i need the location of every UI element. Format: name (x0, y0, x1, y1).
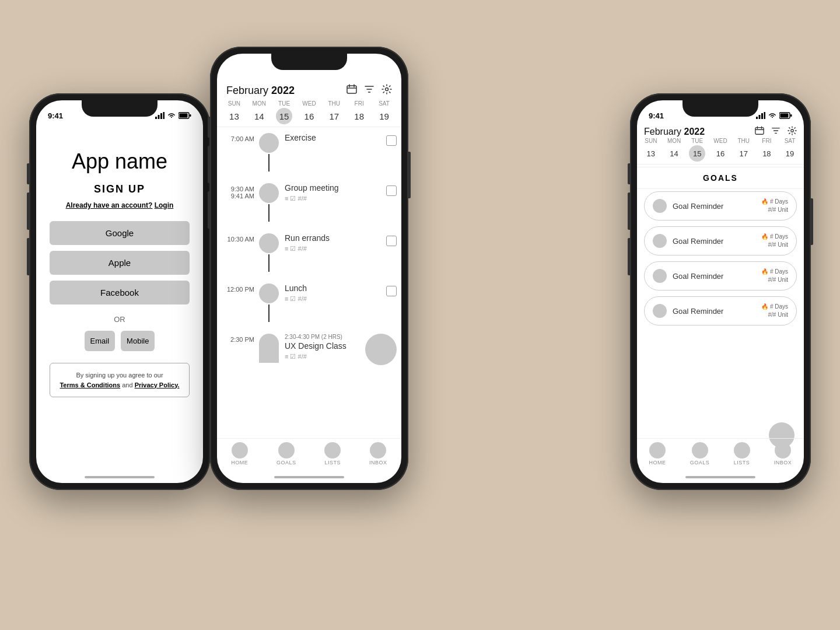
goals-wd-sat: SAT 19 (779, 138, 800, 162)
checkbox-exercise[interactable] (386, 135, 397, 146)
time-errands: 10:30 AM (222, 233, 259, 243)
nav-circle-lists-3 (734, 442, 750, 459)
nav-circle-home (232, 442, 248, 459)
nav-circle-inbox-3 (775, 442, 791, 459)
weekday-mon: MON 14 (249, 100, 270, 124)
nav-inbox-3[interactable]: INBOX (774, 442, 792, 466)
calendar-icon-3[interactable] (755, 126, 764, 138)
checkbox-errands[interactable] (386, 236, 397, 246)
home-indicator-3 (685, 476, 755, 478)
nav-circle-inbox (370, 442, 386, 459)
filter-icon-3[interactable] (771, 126, 780, 138)
login-link[interactable]: Login (155, 201, 174, 209)
power-button-2[interactable] (408, 152, 411, 198)
goal-circle-2 (653, 234, 667, 248)
volume-mute-button-2[interactable] (208, 117, 210, 138)
goals-month-year: February 2022 (644, 127, 705, 137)
event-time-detail-ux: 2:30-4:30 PM (2 HRS) (285, 334, 365, 340)
svg-rect-19 (755, 128, 764, 135)
email-button[interactable]: Email (85, 331, 116, 351)
goal-item-3[interactable]: Goal Reminder 🔥 # Days #/# Unit (644, 261, 797, 290)
volume-up-button[interactable] (27, 192, 29, 230)
status-icons (155, 112, 191, 119)
nav-home-3[interactable]: HOME (649, 442, 666, 466)
dot-exercise (259, 133, 279, 153)
volume-up-button-3[interactable] (628, 192, 630, 230)
svg-rect-1 (158, 115, 160, 119)
terms-box: By signing up you agree to our Terms & C… (50, 363, 190, 397)
ux-large-circle (365, 334, 397, 365)
volume-down-button-3[interactable] (628, 238, 630, 275)
nav-goals-3[interactable]: GOALS (690, 442, 710, 466)
goals-title: GOALS (637, 167, 804, 189)
weekday-tue: TUE 15 (274, 100, 295, 124)
goal-label-1: Goal Reminder (673, 202, 761, 211)
terms-link2[interactable]: Privacy Policy. (135, 382, 180, 388)
event-exercise: 7:00 AM Exercise (222, 127, 397, 177)
event-ux-design: 2:30 PM 2:30-4:30 PM (2 HRS) UX Design C… (222, 328, 397, 371)
divider-3 (637, 164, 804, 164)
status-time-3: 9:41 (649, 111, 664, 120)
signup-screen: 9:41 (36, 100, 203, 483)
event-title-lunch: Lunch (285, 284, 386, 293)
goals-wd-fri: FRI 18 (756, 138, 777, 162)
event-sub-lunch: ≡ ☑ #/# (285, 295, 386, 303)
notch (82, 100, 158, 117)
nav-home-2[interactable]: HOME (231, 442, 248, 466)
volume-mute-button-3[interactable] (628, 163, 630, 184)
calendar-icon[interactable] (346, 84, 357, 97)
goals-wd-mon: MON 14 (664, 138, 685, 162)
goal-item-1[interactable]: Goal Reminder 🔥 # Days #/# Unit (644, 191, 797, 220)
home-indicator-2 (274, 476, 344, 478)
goals-wd-tue: TUE 15 (687, 138, 708, 162)
dot-lunch (259, 284, 279, 303)
weekday-thu: THU 17 (324, 100, 345, 124)
event-title-errands: Run errands (285, 233, 386, 243)
svg-rect-17 (780, 114, 789, 118)
nav-inbox-2[interactable]: INBOX (369, 442, 387, 466)
svg-rect-18 (790, 114, 792, 117)
dot-ux (259, 334, 279, 363)
nav-circle-home-3 (649, 442, 666, 459)
app-name: App name (72, 149, 167, 174)
goals-list: Goal Reminder 🔥 # Days #/# Unit Goal Rem… (637, 191, 804, 326)
volume-mute-button[interactable] (27, 163, 29, 184)
event-col-errands: Run errands ≡ ☑ #/# (279, 233, 386, 253)
home-indicator (85, 476, 155, 478)
event-sub-errands: ≡ ☑ #/# (285, 245, 386, 253)
checkbox-group[interactable] (386, 186, 397, 196)
volume-down-button-2[interactable] (208, 191, 210, 229)
settings-icon[interactable] (382, 84, 392, 97)
apple-button[interactable]: Apple (50, 251, 190, 275)
goal-circle-4 (653, 304, 667, 318)
goal-meta-4: 🔥 # Days #/# Unit (761, 303, 788, 319)
svg-rect-6 (190, 114, 191, 117)
line-exercise (268, 154, 270, 172)
event-run-errands: 10:30 AM Run errands ≡ ☑ #/# (222, 228, 397, 278)
google-button[interactable]: Google (50, 221, 190, 245)
goal-label-4: Goal Reminder (673, 307, 761, 316)
goal-item-4[interactable]: Goal Reminder 🔥 # Days #/# Unit (644, 296, 797, 326)
filter-icon[interactable] (364, 84, 374, 97)
or-divider: OR (114, 315, 125, 324)
goal-meta-1: 🔥 # Days #/# Unit (761, 198, 788, 214)
cal-icons (346, 84, 392, 97)
nav-goals-2[interactable]: GOALS (276, 442, 296, 466)
settings-icon-3[interactable] (788, 126, 797, 138)
line-lunch (268, 304, 270, 322)
nav-lists-3[interactable]: LISTS (734, 442, 750, 466)
mobile-button[interactable]: Mobile (121, 331, 155, 351)
goal-item-2[interactable]: Goal Reminder 🔥 # Days #/# Unit (644, 226, 797, 256)
checkbox-lunch[interactable] (386, 286, 397, 296)
terms-link1[interactable]: Terms & Conditions (60, 382, 120, 388)
volume-down-button[interactable] (27, 238, 29, 275)
schedule-screen: February 2022 (217, 54, 401, 483)
goal-circle-3 (653, 269, 667, 283)
power-button-3[interactable] (811, 198, 813, 245)
svg-rect-2 (160, 113, 162, 119)
facebook-button[interactable]: Facebook (50, 281, 190, 304)
weekdays-row: SUN 13 MON 14 TUE 15 WED 16 THU 17 (217, 100, 401, 124)
nav-lists-2[interactable]: LISTS (324, 442, 341, 466)
volume-up-button-2[interactable] (208, 146, 210, 183)
time-exercise: 7:00 AM (222, 133, 259, 142)
